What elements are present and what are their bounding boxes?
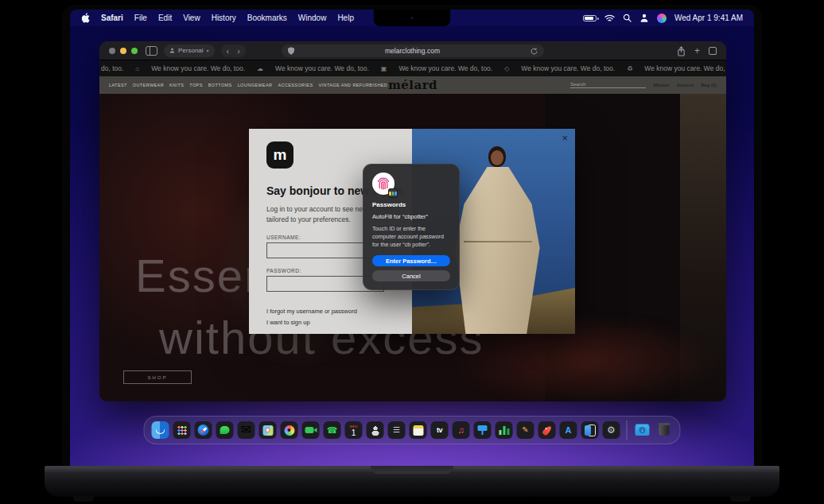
dialog-app-name: Passwords — [372, 201, 450, 208]
link-bag[interactable]: Bag (0) — [701, 83, 717, 87]
apple-menu-icon[interactable] — [81, 13, 90, 23]
menu-item-help[interactable]: Help — [337, 14, 354, 22]
link-mission[interactable]: Mission — [653, 83, 669, 87]
sidebar-icon[interactable] — [146, 46, 157, 56]
ticker-text: We know you care. We do, too. — [275, 64, 369, 72]
dock: ✉☎WED1☰tv♫✎A⚙ — [144, 416, 681, 444]
share-icon[interactable] — [677, 46, 686, 56]
url-text: melarclothing.com — [294, 47, 531, 55]
calendar-icon[interactable]: WED1 — [345, 421, 363, 439]
ticker-text: do, too. — [101, 64, 123, 72]
washer-icon: ▣ — [381, 65, 387, 72]
cloud-icon: ☁ — [257, 65, 263, 72]
trash-icon[interactable] — [655, 421, 673, 439]
launchpad-icon[interactable] — [173, 421, 191, 439]
menu-item-edit[interactable]: Edit — [158, 14, 172, 22]
siri-icon[interactable] — [657, 14, 667, 23]
macbook-foot — [730, 496, 751, 502]
nav-tops[interactable]: TOPS — [189, 83, 202, 87]
modal-close-icon[interactable]: × — [562, 133, 568, 143]
tab-overview-button[interactable] — [709, 47, 717, 55]
menu-item-bookmarks[interactable]: Bookmarks — [247, 14, 287, 22]
spotlight-search-icon[interactable] — [623, 11, 632, 25]
macbook: Safari File Edit View History Bookmarks … — [0, 0, 824, 504]
nav-knits[interactable]: KNITS — [169, 83, 184, 87]
zoom-window-button[interactable] — [131, 48, 138, 54]
site-logo[interactable]: mélard — [388, 78, 437, 92]
site-search-input[interactable]: Search — [570, 82, 646, 88]
forgot-credentials-link[interactable]: I forgot my username or password — [266, 308, 395, 315]
ticker-text: We know you care. We do, too. — [521, 64, 615, 72]
nav-accessories[interactable]: ACCESSORIES — [278, 83, 313, 87]
ticker-text: We know you care. We do, too. — [151, 64, 245, 72]
link-account[interactable]: Account — [677, 83, 694, 87]
facetime-icon[interactable] — [302, 421, 320, 439]
camera-icon — [411, 17, 414, 19]
contacts-icon[interactable] — [367, 421, 384, 439]
passwords-autofill-dialog: Passwords AutoFill for “cbpotter” Touch … — [363, 164, 460, 290]
site-nav: LATEST OUTERWEAR KNITS TOPS BOTTOMS LOUN… — [109, 83, 387, 87]
iphone-mirroring-icon[interactable] — [581, 421, 599, 439]
mail-icon[interactable]: ✉ — [238, 421, 255, 439]
new-tab-button[interactable]: + — [694, 46, 700, 56]
minimize-window-button[interactable] — [120, 48, 126, 54]
nav-latest[interactable]: LATEST — [109, 83, 127, 87]
close-window-button[interactable] — [109, 48, 115, 54]
macbook-foot — [73, 496, 94, 502]
wifi-icon[interactable] — [604, 11, 615, 25]
forward-button[interactable]: › — [237, 47, 240, 55]
menu-item-file[interactable]: File — [134, 14, 147, 22]
nav-buttons: ‹ › — [221, 45, 246, 57]
nav-loungewear[interactable]: LOUNGEWEAR — [238, 83, 273, 87]
dialog-body-text: Touch ID or enter the computer account p… — [372, 225, 450, 249]
messages-icon[interactable] — [216, 421, 234, 439]
camera-notch — [374, 10, 450, 26]
keynote-icon[interactable] — [474, 421, 492, 439]
privacy-shield-icon — [288, 47, 294, 55]
menu-item-safari[interactable]: Safari — [101, 14, 123, 22]
address-bar[interactable]: melarclothing.com — [282, 45, 544, 57]
enter-password-button[interactable]: Enter Password… — [372, 255, 450, 266]
promo-ticker: do, too. ⌂ We know you care. We do, too.… — [99, 60, 726, 76]
site-header: LATEST OUTERWEAR KNITS TOPS BOTTOMS LOUN… — [99, 76, 726, 94]
photo-model-dress — [453, 167, 542, 334]
back-button[interactable]: ‹ — [227, 47, 230, 55]
finder-icon[interactable] — [152, 421, 169, 439]
signup-link[interactable]: I want to sign up — [266, 319, 395, 326]
touch-id-icon — [372, 173, 396, 196]
settings-icon[interactable]: ⚙ — [603, 421, 620, 439]
battery-icon[interactable] — [583, 15, 597, 21]
ticker-text: We know you care. We do, too. — [398, 64, 492, 72]
nav-bottoms[interactable]: BOTTOMS — [208, 83, 232, 87]
cancel-button[interactable]: Cancel — [372, 270, 450, 281]
reminders-icon[interactable]: ☰ — [388, 421, 406, 439]
numbers-icon[interactable] — [496, 421, 513, 439]
phone-icon[interactable]: ☎ — [324, 421, 341, 439]
melard-monogram-logo: m — [266, 142, 293, 169]
tv-icon[interactable]: tv — [431, 421, 449, 439]
menu-item-history[interactable]: History — [212, 14, 236, 22]
appstore-icon[interactable]: A — [560, 421, 577, 439]
nav-outerwear[interactable]: OUTERWEAR — [133, 83, 164, 87]
pages-icon[interactable]: ✎ — [517, 421, 534, 439]
maps-icon[interactable] — [259, 421, 277, 439]
notes-icon[interactable] — [410, 421, 427, 439]
rocket-icon[interactable] — [538, 421, 556, 439]
safari-icon[interactable] — [195, 421, 212, 439]
macbook-screen: Safari File Edit View History Bookmarks … — [62, 5, 762, 466]
menu-item-window[interactable]: Window — [298, 14, 327, 22]
user-switching-icon[interactable] — [639, 11, 649, 25]
reload-icon[interactable] — [531, 48, 538, 55]
nav-vintage[interactable]: VINTAGE AND REFURBISHED — [319, 83, 388, 87]
photo-model-head — [491, 150, 503, 165]
toolbar-right: + — [677, 41, 717, 60]
music-icon[interactable]: ♫ — [453, 421, 470, 439]
menu-bar-left: Safari File Edit View History Bookmarks … — [81, 13, 354, 23]
photos-icon[interactable] — [281, 421, 298, 439]
menu-bar-clock[interactable]: Wed Apr 1 9:41 AM — [674, 14, 743, 22]
menu-item-view[interactable]: View — [183, 14, 200, 22]
shop-button[interactable]: SHOP — [123, 370, 192, 384]
profile-switcher[interactable]: Personal ▾ — [164, 45, 215, 57]
downloads-icon[interactable] — [634, 421, 651, 439]
macbook-base — [45, 466, 779, 497]
